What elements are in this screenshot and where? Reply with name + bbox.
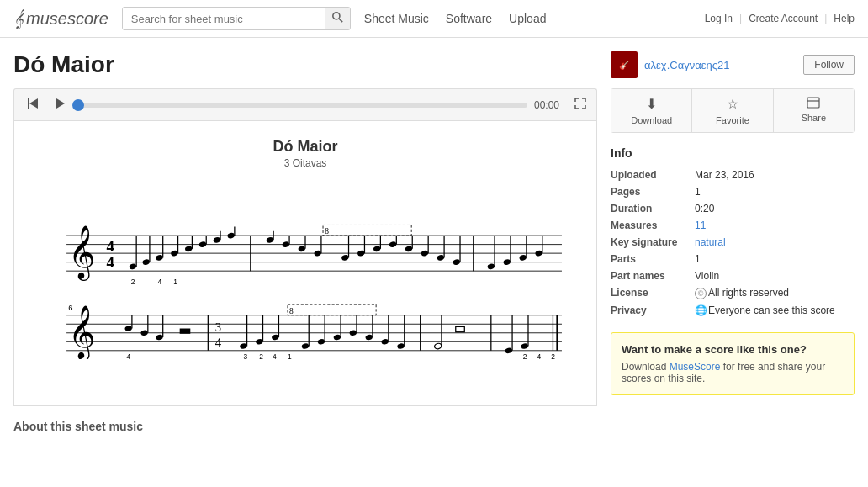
svg-text:4: 4 xyxy=(157,278,161,286)
svg-point-25 xyxy=(213,236,221,243)
info-section: Info Uploaded Mar 23, 2016 Pages 1 Durat… xyxy=(611,146,855,319)
main-content: Dó Maior 00:00 xyxy=(13,51,597,433)
create-account-link[interactable]: Create Account xyxy=(749,13,818,24)
play-button[interactable] xyxy=(51,96,70,114)
download-button[interactable]: ⬇ Download xyxy=(611,89,692,132)
table-row: Key signature natural xyxy=(611,234,855,251)
info-value: ©All rights reserved xyxy=(695,284,855,302)
svg-text:2: 2 xyxy=(523,352,527,359)
svg-point-95 xyxy=(317,338,326,345)
svg-point-57 xyxy=(487,263,495,270)
info-key: Uploaded xyxy=(611,167,695,183)
info-key: Privacy xyxy=(611,302,695,319)
info-key: Measures xyxy=(611,217,695,234)
page-layout: Dó Maior 00:00 xyxy=(0,38,868,447)
download-icon: ⬇ xyxy=(646,96,657,112)
info-key: Parts xyxy=(611,251,695,267)
help-link[interactable]: Help xyxy=(834,13,855,24)
svg-point-114 xyxy=(521,342,529,349)
svg-point-30 xyxy=(266,236,274,243)
svg-point-77 xyxy=(140,330,149,336)
promo-musescore-link[interactable]: MuseScore xyxy=(670,361,721,373)
info-key: Duration xyxy=(611,200,695,217)
fullscreen-button[interactable] xyxy=(574,98,586,112)
share-button[interactable]: Share xyxy=(774,89,854,132)
artist-row: 🎸 αλεχ.Cαγναεης21 Follow xyxy=(611,51,855,78)
svg-point-97 xyxy=(333,334,341,341)
sheet-title: Dó Maior xyxy=(273,138,337,156)
svg-point-52 xyxy=(437,254,445,261)
download-label: Download xyxy=(631,115,672,125)
svg-point-103 xyxy=(381,338,389,345)
search-button[interactable] xyxy=(325,8,350,29)
sheet-music-container: Dó Maior 3 Oitavas 𝄞 4 4 xyxy=(13,120,597,406)
svg-text:1: 1 xyxy=(288,352,292,359)
about-label: About this sheet music xyxy=(13,420,143,433)
info-value: 🌐Everyone can see this score xyxy=(695,302,855,319)
share-icon xyxy=(807,96,820,109)
promo-box: Want to make a score like this one? Down… xyxy=(611,332,855,395)
search-bar xyxy=(122,7,351,30)
svg-text:8: 8 xyxy=(325,227,329,236)
svg-point-63 xyxy=(535,250,543,257)
svg-point-46 xyxy=(389,241,397,247)
promo-text-before: Download xyxy=(622,361,670,373)
svg-text:4: 4 xyxy=(106,253,114,271)
svg-text:8: 8 xyxy=(289,307,294,315)
progress-bar[interactable] xyxy=(78,103,527,108)
svg-text:4: 4 xyxy=(127,352,131,359)
player-bar: 00:00 xyxy=(13,88,597,120)
progress-container: 00:00 xyxy=(78,99,559,111)
table-row: Uploaded Mar 23, 2016 xyxy=(611,167,855,183)
svg-text:4: 4 xyxy=(106,237,114,255)
sheet-subtitle: 3 Oitavas xyxy=(284,157,327,169)
table-row: Privacy 🌐Everyone can see this score xyxy=(611,302,855,319)
site-logo[interactable]: 𝄞 musescore xyxy=(13,9,108,29)
svg-rect-126 xyxy=(807,98,819,108)
table-row: License ©All rights reserved xyxy=(611,284,855,302)
avatar-icon: 🎸 xyxy=(619,61,629,70)
nav-sheet-music[interactable]: Sheet Music xyxy=(364,12,429,25)
search-input[interactable] xyxy=(123,8,325,29)
favorite-button[interactable]: ☆ Favorite xyxy=(692,89,773,132)
skip-back-button[interactable] xyxy=(24,96,43,114)
skip-back-icon xyxy=(28,98,40,109)
svg-text:𝄞: 𝄞 xyxy=(68,305,96,360)
info-value: Mar 23, 2016 xyxy=(695,167,855,183)
login-link[interactable]: Log In xyxy=(705,13,733,24)
logo-text: musescore xyxy=(26,9,108,29)
play-icon xyxy=(55,98,66,109)
svg-text:𝄞: 𝄞 xyxy=(68,225,96,281)
svg-text:6: 6 xyxy=(68,303,72,312)
svg-point-15 xyxy=(142,259,151,266)
svg-point-54 xyxy=(453,259,461,266)
key-sig-link[interactable]: natural xyxy=(695,236,726,248)
svg-point-27 xyxy=(227,232,236,239)
svg-point-17 xyxy=(156,254,164,261)
info-value: 1 xyxy=(695,251,855,267)
nav-left: 𝄞 musescore Sheet Music Software Upload xyxy=(13,7,546,30)
svg-point-50 xyxy=(421,250,429,257)
table-row: Pages 1 xyxy=(611,183,855,200)
measures-link[interactable]: 11 xyxy=(695,220,706,231)
divider1: | xyxy=(739,13,742,24)
svg-point-101 xyxy=(365,334,373,341)
svg-text:4: 4 xyxy=(273,352,277,359)
share-label: Share xyxy=(802,113,826,123)
svg-point-21 xyxy=(184,246,193,252)
promo-title: Want to make a score like this one? xyxy=(622,343,844,356)
svg-rect-81 xyxy=(180,329,191,334)
table-row: Duration 0:20 xyxy=(611,200,855,217)
fullscreen-icon xyxy=(574,98,586,109)
artist-name-link[interactable]: αλεχ.Cαγναεης21 xyxy=(644,59,729,71)
nav-upload[interactable]: Upload xyxy=(509,12,546,25)
svg-point-75 xyxy=(124,325,133,331)
svg-point-85 xyxy=(240,342,248,349)
nav-software[interactable]: Software xyxy=(446,12,492,25)
svg-point-36 xyxy=(314,250,322,257)
svg-point-0 xyxy=(333,13,340,19)
action-buttons: ⬇ Download ☆ Favorite Share xyxy=(611,88,855,133)
follow-button[interactable]: Follow xyxy=(803,55,855,75)
main-navigation: Sheet Music Software Upload xyxy=(364,12,547,25)
sidebar: 🎸 αλεχ.Cαγναεης21 Follow ⬇ Download ☆ Fa… xyxy=(611,51,855,433)
